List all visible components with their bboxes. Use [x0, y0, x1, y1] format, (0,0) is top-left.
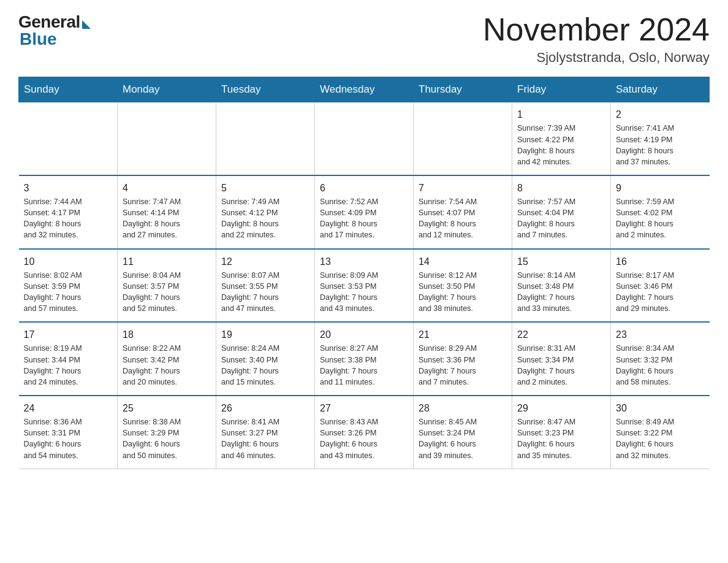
calendar-cell: 27Sunrise: 8:43 AM Sunset: 3:26 PM Dayli…: [315, 396, 414, 469]
day-number: 10: [24, 255, 113, 269]
day-number: 5: [221, 181, 309, 195]
day-info: Sunrise: 8:07 AM Sunset: 3:55 PM Dayligh…: [221, 270, 309, 315]
calendar-cell: 10Sunrise: 8:02 AM Sunset: 3:59 PM Dayli…: [19, 249, 118, 323]
calendar-body: 1Sunrise: 7:39 AM Sunset: 4:22 PM Daylig…: [19, 102, 710, 469]
calendar-cell: 12Sunrise: 8:07 AM Sunset: 3:55 PM Dayli…: [216, 249, 315, 323]
calendar-cell: 30Sunrise: 8:49 AM Sunset: 3:22 PM Dayli…: [611, 396, 710, 469]
calendar-row: 24Sunrise: 8:36 AM Sunset: 3:31 PM Dayli…: [19, 396, 710, 469]
day-info: Sunrise: 8:02 AM Sunset: 3:59 PM Dayligh…: [24, 270, 113, 315]
day-info: Sunrise: 7:41 AM Sunset: 4:19 PM Dayligh…: [616, 123, 705, 167]
day-info: Sunrise: 8:34 AM Sunset: 3:32 PM Dayligh…: [616, 343, 705, 388]
day-number: 25: [123, 401, 211, 415]
calendar-cell: 4Sunrise: 7:47 AM Sunset: 4:14 PM Daylig…: [118, 175, 216, 249]
calendar-cell: 25Sunrise: 8:38 AM Sunset: 3:29 PM Dayli…: [118, 396, 216, 469]
day-info: Sunrise: 8:14 AM Sunset: 3:48 PM Dayligh…: [517, 270, 605, 315]
day-info: Sunrise: 8:43 AM Sunset: 3:26 PM Dayligh…: [320, 416, 408, 461]
day-info: Sunrise: 8:38 AM Sunset: 3:29 PM Dayligh…: [123, 416, 211, 461]
calendar-cell: 26Sunrise: 8:41 AM Sunset: 3:27 PM Dayli…: [216, 396, 315, 469]
weekday-header: Wednesday: [315, 77, 414, 102]
day-info: Sunrise: 8:24 AM Sunset: 3:40 PM Dayligh…: [221, 343, 309, 388]
calendar-cell: 28Sunrise: 8:45 AM Sunset: 3:24 PM Dayli…: [414, 396, 512, 469]
day-info: Sunrise: 8:12 AM Sunset: 3:50 PM Dayligh…: [419, 270, 507, 315]
calendar-cell: 24Sunrise: 8:36 AM Sunset: 3:31 PM Dayli…: [19, 396, 118, 469]
day-info: Sunrise: 8:41 AM Sunset: 3:27 PM Dayligh…: [221, 416, 309, 461]
day-info: Sunrise: 8:22 AM Sunset: 3:42 PM Dayligh…: [123, 343, 211, 388]
logo-triangle-icon: [82, 20, 91, 29]
calendar-cell: [414, 102, 512, 175]
calendar-cell: 20Sunrise: 8:27 AM Sunset: 3:38 PM Dayli…: [315, 322, 414, 396]
month-title: November 2024: [483, 12, 710, 47]
day-number: 26: [221, 401, 309, 415]
day-number: 20: [320, 327, 408, 342]
day-number: 27: [320, 401, 408, 415]
calendar-cell: 2Sunrise: 7:41 AM Sunset: 4:19 PM Daylig…: [611, 102, 710, 175]
day-info: Sunrise: 7:47 AM Sunset: 4:14 PM Dayligh…: [123, 196, 211, 241]
weekday-header: Sunday: [19, 77, 118, 102]
day-number: 23: [616, 327, 705, 342]
day-info: Sunrise: 8:17 AM Sunset: 3:46 PM Dayligh…: [616, 270, 705, 315]
calendar-table: SundayMondayTuesdayWednesdayThursdayFrid…: [18, 77, 710, 469]
day-number: 12: [221, 255, 309, 269]
calendar-cell: 11Sunrise: 8:04 AM Sunset: 3:57 PM Dayli…: [118, 249, 216, 323]
day-info: Sunrise: 8:19 AM Sunset: 3:44 PM Dayligh…: [24, 343, 113, 388]
page-header: General Blue November 2024 Sjolyststrand…: [18, 12, 710, 66]
calendar-row: 1Sunrise: 7:39 AM Sunset: 4:22 PM Daylig…: [19, 102, 710, 175]
calendar-cell: 7Sunrise: 7:54 AM Sunset: 4:07 PM Daylig…: [414, 175, 512, 249]
calendar-cell: 1Sunrise: 7:39 AM Sunset: 4:22 PM Daylig…: [512, 102, 611, 175]
day-number: 7: [419, 181, 507, 195]
calendar-row: 17Sunrise: 8:19 AM Sunset: 3:44 PM Dayli…: [19, 322, 710, 396]
day-info: Sunrise: 8:36 AM Sunset: 3:31 PM Dayligh…: [24, 416, 113, 461]
calendar-cell: 8Sunrise: 7:57 AM Sunset: 4:04 PM Daylig…: [512, 175, 611, 249]
logo-blue-text: Blue: [20, 29, 57, 49]
calendar-cell: 18Sunrise: 8:22 AM Sunset: 3:42 PM Dayli…: [118, 322, 216, 396]
calendar-cell: 29Sunrise: 8:47 AM Sunset: 3:23 PM Dayli…: [512, 396, 611, 469]
calendar-cell: [118, 102, 216, 175]
day-info: Sunrise: 7:49 AM Sunset: 4:12 PM Dayligh…: [221, 196, 309, 241]
day-number: 9: [616, 181, 705, 195]
weekday-header: Thursday: [414, 77, 512, 102]
calendar-cell: 21Sunrise: 8:29 AM Sunset: 3:36 PM Dayli…: [414, 322, 512, 396]
calendar-row: 10Sunrise: 8:02 AM Sunset: 3:59 PM Dayli…: [19, 249, 710, 323]
day-info: Sunrise: 7:52 AM Sunset: 4:09 PM Dayligh…: [320, 196, 408, 241]
calendar-cell: 6Sunrise: 7:52 AM Sunset: 4:09 PM Daylig…: [315, 175, 414, 249]
day-number: 18: [123, 327, 211, 342]
calendar-cell: [216, 102, 315, 175]
day-number: 22: [517, 327, 605, 342]
day-info: Sunrise: 8:09 AM Sunset: 3:53 PM Dayligh…: [320, 270, 408, 315]
calendar-cell: 14Sunrise: 8:12 AM Sunset: 3:50 PM Dayli…: [414, 249, 512, 323]
day-info: Sunrise: 7:54 AM Sunset: 4:07 PM Dayligh…: [419, 196, 507, 241]
day-number: 11: [123, 255, 211, 269]
calendar-cell: 3Sunrise: 7:44 AM Sunset: 4:17 PM Daylig…: [19, 175, 118, 249]
calendar-cell: 19Sunrise: 8:24 AM Sunset: 3:40 PM Dayli…: [216, 322, 315, 396]
calendar-cell: 9Sunrise: 7:59 AM Sunset: 4:02 PM Daylig…: [611, 175, 710, 249]
calendar-cell: 16Sunrise: 8:17 AM Sunset: 3:46 PM Dayli…: [611, 249, 710, 323]
calendar-row: 3Sunrise: 7:44 AM Sunset: 4:17 PM Daylig…: [19, 175, 710, 249]
day-number: 19: [221, 327, 309, 342]
day-number: 29: [517, 401, 605, 415]
day-number: 4: [123, 181, 211, 195]
day-info: Sunrise: 7:59 AM Sunset: 4:02 PM Dayligh…: [616, 196, 705, 241]
day-info: Sunrise: 7:44 AM Sunset: 4:17 PM Dayligh…: [24, 196, 113, 241]
day-info: Sunrise: 8:31 AM Sunset: 3:34 PM Dayligh…: [517, 343, 605, 388]
day-info: Sunrise: 8:27 AM Sunset: 3:38 PM Dayligh…: [320, 343, 408, 388]
day-info: Sunrise: 7:57 AM Sunset: 4:04 PM Dayligh…: [517, 196, 605, 241]
calendar-cell: 5Sunrise: 7:49 AM Sunset: 4:12 PM Daylig…: [216, 175, 315, 249]
day-number: 17: [24, 327, 113, 342]
day-number: 2: [616, 107, 705, 121]
logo: General Blue: [18, 12, 91, 49]
day-number: 3: [24, 181, 113, 195]
calendar-cell: 13Sunrise: 8:09 AM Sunset: 3:53 PM Dayli…: [315, 249, 414, 323]
day-number: 30: [616, 401, 705, 415]
weekday-header: Friday: [512, 77, 611, 102]
day-number: 1: [517, 107, 605, 121]
day-number: 8: [517, 181, 605, 195]
day-number: 21: [419, 327, 507, 342]
day-info: Sunrise: 8:29 AM Sunset: 3:36 PM Dayligh…: [419, 343, 507, 388]
day-info: Sunrise: 8:04 AM Sunset: 3:57 PM Dayligh…: [123, 270, 211, 315]
calendar-header: SundayMondayTuesdayWednesdayThursdayFrid…: [19, 77, 710, 102]
calendar-cell: 17Sunrise: 8:19 AM Sunset: 3:44 PM Dayli…: [19, 322, 118, 396]
day-info: Sunrise: 7:39 AM Sunset: 4:22 PM Dayligh…: [517, 123, 605, 167]
day-number: 14: [419, 255, 507, 269]
day-number: 24: [24, 401, 113, 415]
weekday-header: Saturday: [611, 77, 710, 102]
